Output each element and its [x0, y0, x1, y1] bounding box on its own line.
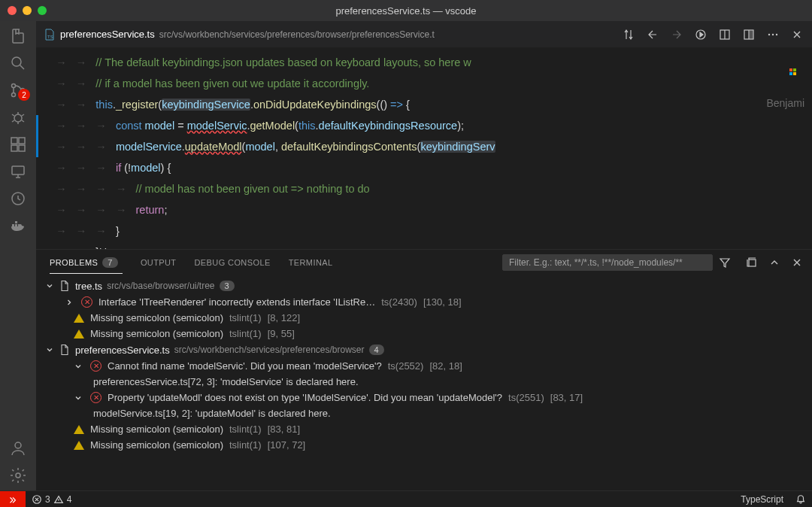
svg-rect-7 [19, 145, 25, 151]
svg-rect-25 [789, 68, 792, 71]
preview-icon[interactable] [9, 190, 27, 208]
tab-filename[interactable]: preferencesService.ts [60, 29, 155, 40]
extensions-icon[interactable] [9, 135, 27, 153]
svg-point-24 [776, 33, 777, 35]
split-editor-icon[interactable] [743, 29, 755, 41]
close-window-button[interactable] [8, 6, 17, 15]
panel-tabs: PROBLEMS 7 OUTPUT DEBUG CONSOLE TERMINAL [36, 250, 812, 275]
modified-gutter-indicator [36, 115, 38, 157]
status-warning-count: 4 [67, 494, 72, 505]
settings-gear-icon[interactable] [9, 466, 27, 484]
close-tab-icon[interactable] [791, 29, 803, 41]
svg-point-2 [12, 93, 16, 97]
svg-rect-26 [793, 68, 796, 71]
warning-icon [74, 329, 84, 339]
compare-changes-icon[interactable] [623, 29, 635, 41]
svg-rect-27 [789, 72, 792, 75]
search-icon[interactable] [9, 54, 27, 72]
collapse-all-icon[interactable] [746, 257, 758, 269]
docker-icon[interactable] [9, 217, 27, 235]
scm-badge: 2 [18, 89, 30, 101]
problems-tree[interactable]: tree.ts src/vs/base/browser/ui/tree 3✕In… [36, 275, 812, 490]
problem-related-info[interactable]: preferencesService.ts[72, 3]: 'modelServ… [36, 374, 812, 390]
svg-rect-9 [12, 166, 24, 175]
problem-item[interactable]: ✕Cannot find name 'modelServic'. Did you… [36, 358, 812, 374]
activity-bar: 2 [0, 21, 36, 490]
status-bar: 3 4 TypeScript [0, 490, 812, 507]
typescript-file-icon: TS [44, 29, 56, 41]
warning-icon [74, 425, 84, 434]
svg-rect-29 [749, 260, 756, 266]
source-control-icon[interactable]: 2 [9, 81, 27, 99]
problem-item[interactable]: ✕Property 'updateModl' does not exist on… [36, 390, 812, 405]
status-error-count: 3 [45, 494, 50, 505]
problem-item[interactable]: Missing semicolon (semicolon) tslint(1) … [36, 421, 812, 437]
explorer-icon[interactable] [9, 27, 27, 45]
tab-terminal[interactable]: TERMINAL [289, 258, 333, 267]
code-line[interactable]: → → → → return; [36, 199, 812, 220]
tab-output[interactable]: OUTPUT [141, 258, 177, 267]
svg-rect-6 [11, 145, 17, 151]
tab-problems[interactable]: PROBLEMS 7 [50, 257, 123, 274]
svg-rect-11 [12, 224, 14, 226]
problem-related-info[interactable]: modelService.ts[19, 2]: 'updateModel' is… [36, 405, 812, 421]
problem-file-header[interactable]: preferencesService.ts src/vs/workbench/s… [36, 342, 812, 358]
code-line[interactable]: → → // if a model has been given out we … [36, 73, 812, 94]
remote-indicator[interactable] [0, 491, 26, 507]
status-problems[interactable]: 3 4 [26, 494, 77, 505]
code-line[interactable]: → → → } [36, 220, 812, 241]
svg-point-23 [772, 33, 774, 35]
git-blame-author: Benjami [766, 93, 804, 114]
warning-icon [74, 441, 84, 450]
more-actions-icon[interactable] [767, 29, 779, 41]
tab-path: src/vs/workbench/services/preferences/br… [159, 29, 435, 40]
problems-filter-input[interactable] [502, 254, 713, 271]
svg-text:TS: TS [47, 35, 53, 39]
status-language[interactable]: TypeScript [735, 494, 789, 505]
svg-point-16 [16, 473, 20, 478]
go-forward-icon[interactable] [671, 29, 683, 41]
code-line[interactable]: → → → const model = modelServic.getModel… [36, 115, 812, 136]
code-line[interactable]: → → this._register(keybindingService.onD… [36, 94, 812, 115]
svg-point-4 [14, 114, 22, 122]
problem-file-header[interactable]: tree.ts src/vs/base/browser/ui/tree 3 [36, 278, 812, 294]
svg-rect-8 [19, 138, 25, 144]
minimize-window-button[interactable] [23, 6, 32, 15]
error-icon: ✕ [81, 296, 92, 308]
tab-debug-console[interactable]: DEBUG CONSOLE [195, 258, 271, 267]
filter-icon[interactable] [719, 257, 731, 269]
code-line[interactable]: → → }',' [36, 241, 812, 249]
warning-icon [74, 314, 84, 323]
svg-point-15 [15, 442, 21, 448]
svg-point-1 [12, 84, 16, 88]
open-changes-icon[interactable] [719, 29, 731, 41]
problem-item[interactable]: ✕Interface 'ITreeRenderer' incorrectly e… [36, 294, 812, 310]
panel-maximize-icon[interactable] [768, 257, 780, 269]
panel-close-icon[interactable] [791, 257, 803, 269]
problem-item[interactable]: Missing semicolon (semicolon) tslint(1) … [36, 326, 812, 342]
extension-decoration-icon [789, 68, 801, 80]
code-line[interactable]: → → // The default keybindings.json upda… [36, 52, 812, 73]
code-editor[interactable]: Benjami → → // The default keybindings.j… [36, 47, 812, 249]
svg-point-22 [768, 33, 770, 35]
problem-item[interactable]: Missing semicolon (semicolon) tslint(1) … [36, 437, 812, 453]
window-controls [8, 6, 47, 15]
code-line[interactable]: → → → if (!model) { [36, 157, 812, 178]
run-icon[interactable] [695, 29, 707, 41]
remote-icon[interactable] [9, 162, 27, 181]
code-line[interactable]: → → → → // model has not been given out … [36, 178, 812, 199]
accounts-icon[interactable] [9, 439, 27, 457]
svg-point-0 [12, 57, 21, 66]
svg-rect-21 [750, 31, 753, 38]
code-line[interactable]: → → → modelService.updateModl(model, def… [36, 136, 812, 157]
status-notifications-icon[interactable] [789, 494, 812, 505]
debug-icon[interactable] [9, 108, 27, 126]
go-back-icon[interactable] [647, 29, 659, 41]
error-icon: ✕ [90, 360, 102, 372]
svg-rect-12 [15, 224, 17, 226]
maximize-window-button[interactable] [38, 6, 47, 15]
svg-rect-14 [15, 221, 17, 223]
problem-item[interactable]: Missing semicolon (semicolon) tslint(1) … [36, 310, 812, 326]
error-icon: ✕ [90, 392, 102, 403]
panel: PROBLEMS 7 OUTPUT DEBUG CONSOLE TERMINAL… [36, 249, 812, 490]
